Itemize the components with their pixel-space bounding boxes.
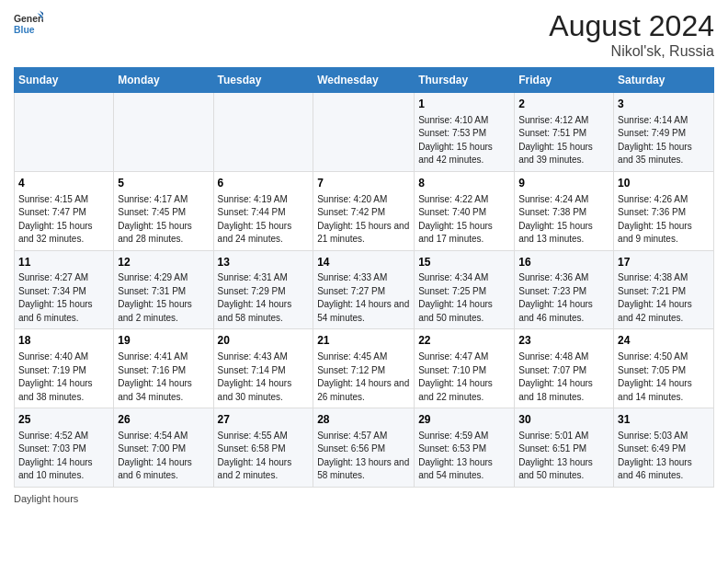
month-year: August 2024 <box>549 9 714 43</box>
day-number: 16 <box>518 255 609 270</box>
day-cell: 11Sunrise: 4:27 AM Sunset: 7:34 PM Dayli… <box>15 250 114 329</box>
day-cell: 14Sunrise: 4:33 AM Sunset: 7:27 PM Dayli… <box>313 250 415 329</box>
week-row-4: 18Sunrise: 4:40 AM Sunset: 7:19 PM Dayli… <box>15 329 714 408</box>
logo-icon: General Blue <box>14 9 43 39</box>
day-number: 24 <box>618 333 710 349</box>
day-info: Sunrise: 4:55 AM Sunset: 6:58 PM Dayligh… <box>218 430 310 483</box>
day-cell: 28Sunrise: 4:57 AM Sunset: 6:56 PM Dayli… <box>313 408 415 488</box>
header-day-tuesday: Tuesday <box>213 68 313 93</box>
logo: General Blue <box>14 9 43 39</box>
day-cell <box>15 93 114 172</box>
day-number: 6 <box>218 176 310 191</box>
header-day-saturday: Saturday <box>614 68 714 93</box>
day-info: Sunrise: 4:22 AM Sunset: 7:40 PM Dayligh… <box>418 193 510 247</box>
day-cell: 27Sunrise: 4:55 AM Sunset: 6:58 PM Dayli… <box>213 408 313 488</box>
day-number: 14 <box>317 255 410 270</box>
day-cell: 9Sunrise: 4:24 AM Sunset: 7:38 PM Daylig… <box>515 171 614 250</box>
day-number: 8 <box>418 176 510 191</box>
day-info: Sunrise: 4:12 AM Sunset: 7:51 PM Dayligh… <box>518 114 609 167</box>
day-number: 2 <box>518 97 609 112</box>
day-info: Sunrise: 5:03 AM Sunset: 6:49 PM Dayligh… <box>618 430 710 483</box>
day-cell: 21Sunrise: 4:45 AM Sunset: 7:12 PM Dayli… <box>313 329 415 408</box>
header-day-friday: Friday <box>515 68 614 93</box>
day-cell: 6Sunrise: 4:19 AM Sunset: 7:44 PM Daylig… <box>213 171 313 250</box>
day-info: Sunrise: 4:15 AM Sunset: 7:47 PM Dayligh… <box>18 193 109 247</box>
day-number: 17 <box>618 255 710 270</box>
week-row-3: 11Sunrise: 4:27 AM Sunset: 7:34 PM Dayli… <box>15 250 714 329</box>
svg-text:General: General <box>14 14 43 24</box>
day-info: Sunrise: 4:41 AM Sunset: 7:16 PM Dayligh… <box>118 350 209 404</box>
day-number: 23 <box>518 333 609 349</box>
footer: Daylight hours <box>14 493 714 504</box>
day-info: Sunrise: 4:48 AM Sunset: 7:07 PM Dayligh… <box>518 350 609 404</box>
header-day-sunday: Sunday <box>15 68 114 93</box>
day-info: Sunrise: 4:36 AM Sunset: 7:23 PM Dayligh… <box>518 271 609 325</box>
day-info: Sunrise: 4:17 AM Sunset: 7:45 PM Dayligh… <box>118 193 209 247</box>
week-row-1: 1Sunrise: 4:10 AM Sunset: 7:53 PM Daylig… <box>15 93 714 172</box>
day-number: 31 <box>618 412 710 428</box>
day-number: 25 <box>18 412 109 428</box>
location: Nikol'sk, Russia <box>549 43 714 60</box>
day-cell: 18Sunrise: 4:40 AM Sunset: 7:19 PM Dayli… <box>15 329 114 408</box>
day-info: Sunrise: 4:50 AM Sunset: 7:05 PM Dayligh… <box>618 350 710 404</box>
svg-text:Blue: Blue <box>14 25 35 35</box>
day-info: Sunrise: 4:54 AM Sunset: 7:00 PM Dayligh… <box>118 430 209 483</box>
day-number: 18 <box>18 333 109 349</box>
day-info: Sunrise: 4:47 AM Sunset: 7:10 PM Dayligh… <box>418 350 510 404</box>
day-info: Sunrise: 4:10 AM Sunset: 7:53 PM Dayligh… <box>418 114 510 167</box>
day-number: 22 <box>418 333 510 349</box>
day-number: 12 <box>118 255 209 270</box>
day-number: 30 <box>518 412 609 428</box>
day-number: 13 <box>218 255 310 270</box>
header-day-thursday: Thursday <box>415 68 515 93</box>
day-info: Sunrise: 4:26 AM Sunset: 7:36 PM Dayligh… <box>618 193 710 247</box>
day-info: Sunrise: 4:52 AM Sunset: 7:03 PM Dayligh… <box>18 430 109 483</box>
day-number: 26 <box>118 412 209 428</box>
header-day-monday: Monday <box>114 68 213 93</box>
day-info: Sunrise: 4:34 AM Sunset: 7:25 PM Dayligh… <box>418 271 510 325</box>
day-cell: 10Sunrise: 4:26 AM Sunset: 7:36 PM Dayli… <box>614 171 714 250</box>
day-number: 10 <box>618 176 710 191</box>
day-info: Sunrise: 4:33 AM Sunset: 7:27 PM Dayligh… <box>317 271 410 325</box>
day-info: Sunrise: 4:31 AM Sunset: 7:29 PM Dayligh… <box>218 271 310 325</box>
day-info: Sunrise: 4:38 AM Sunset: 7:21 PM Dayligh… <box>618 271 710 325</box>
day-info: Sunrise: 4:29 AM Sunset: 7:31 PM Dayligh… <box>118 271 209 325</box>
day-number: 19 <box>118 333 209 349</box>
day-number: 15 <box>418 255 510 270</box>
day-cell: 1Sunrise: 4:10 AM Sunset: 7:53 PM Daylig… <box>415 93 515 172</box>
day-number: 29 <box>418 412 510 428</box>
day-cell: 15Sunrise: 4:34 AM Sunset: 7:25 PM Dayli… <box>415 250 515 329</box>
day-cell: 20Sunrise: 4:43 AM Sunset: 7:14 PM Dayli… <box>213 329 313 408</box>
day-cell <box>114 93 213 172</box>
calendar-body: 1Sunrise: 4:10 AM Sunset: 7:53 PM Daylig… <box>15 93 714 488</box>
day-cell: 4Sunrise: 4:15 AM Sunset: 7:47 PM Daylig… <box>15 171 114 250</box>
day-info: Sunrise: 4:43 AM Sunset: 7:14 PM Dayligh… <box>218 350 310 404</box>
day-cell: 22Sunrise: 4:47 AM Sunset: 7:10 PM Dayli… <box>415 329 515 408</box>
day-info: Sunrise: 4:57 AM Sunset: 6:56 PM Dayligh… <box>317 430 410 483</box>
week-row-2: 4Sunrise: 4:15 AM Sunset: 7:47 PM Daylig… <box>15 171 714 250</box>
day-number: 28 <box>317 412 410 428</box>
day-number: 20 <box>218 333 310 349</box>
page: General Blue August 2024 Nikol'sk, Russi… <box>0 0 728 563</box>
day-cell: 2Sunrise: 4:12 AM Sunset: 7:51 PM Daylig… <box>515 93 614 172</box>
day-info: Sunrise: 5:01 AM Sunset: 6:51 PM Dayligh… <box>518 430 609 483</box>
day-cell: 30Sunrise: 5:01 AM Sunset: 6:51 PM Dayli… <box>515 408 614 488</box>
header-row: SundayMondayTuesdayWednesdayThursdayFrid… <box>15 68 714 93</box>
day-number: 7 <box>317 176 410 191</box>
day-info: Sunrise: 4:59 AM Sunset: 6:53 PM Dayligh… <box>418 430 510 483</box>
day-cell: 29Sunrise: 4:59 AM Sunset: 6:53 PM Dayli… <box>415 408 515 488</box>
day-number: 9 <box>518 176 609 191</box>
day-cell: 31Sunrise: 5:03 AM Sunset: 6:49 PM Dayli… <box>614 408 714 488</box>
day-number: 3 <box>618 97 710 112</box>
day-cell: 16Sunrise: 4:36 AM Sunset: 7:23 PM Dayli… <box>515 250 614 329</box>
day-info: Sunrise: 4:19 AM Sunset: 7:44 PM Dayligh… <box>218 193 310 247</box>
day-number: 21 <box>317 333 410 349</box>
day-cell: 17Sunrise: 4:38 AM Sunset: 7:21 PM Dayli… <box>614 250 714 329</box>
day-info: Sunrise: 4:45 AM Sunset: 7:12 PM Dayligh… <box>317 350 410 404</box>
day-number: 1 <box>418 97 510 112</box>
day-cell: 12Sunrise: 4:29 AM Sunset: 7:31 PM Dayli… <box>114 250 213 329</box>
title-block: August 2024 Nikol'sk, Russia <box>549 9 714 60</box>
day-cell: 7Sunrise: 4:20 AM Sunset: 7:42 PM Daylig… <box>313 171 415 250</box>
day-cell: 8Sunrise: 4:22 AM Sunset: 7:40 PM Daylig… <box>415 171 515 250</box>
header: General Blue August 2024 Nikol'sk, Russi… <box>14 9 714 60</box>
